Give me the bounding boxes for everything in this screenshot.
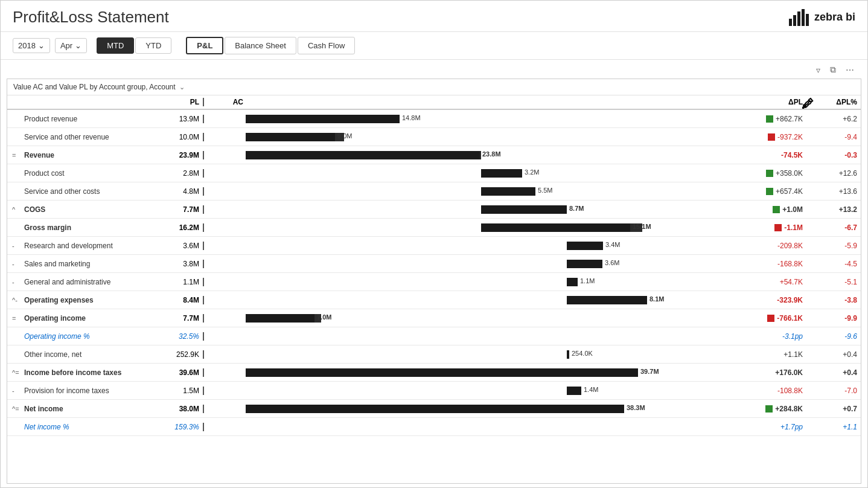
- row-pl-ac: 13.9M: [161, 115, 246, 123]
- filter-icon[interactable]: ▿: [814, 64, 823, 76]
- ac-bar: [567, 387, 581, 395]
- row-label: -Sales and marketing: [7, 258, 161, 270]
- col-pl-header: PL: [164, 98, 204, 106]
- ac-bar: [481, 169, 522, 178]
- delta-pl-value: +1.1K: [783, 350, 803, 359]
- col-ac-header: AC: [204, 98, 243, 106]
- table-row: Product cost2.8M3.2M+358.0K+12.6: [7, 164, 861, 182]
- delta-pl-cell: +358.0K: [728, 169, 806, 178]
- bar-value-label: 23.8M: [482, 150, 501, 158]
- row-label: Service and other costs: [7, 185, 161, 197]
- row-label: ^COGS: [7, 204, 161, 216]
- row-label: -Research and development: [7, 240, 161, 252]
- row-label-text: Income before income taxes: [24, 368, 121, 377]
- row-prefix: -: [12, 260, 22, 268]
- year-chevron-icon: ⌄: [38, 41, 45, 50]
- main-content: ▿ ⧉ ⋯ Value AC and Value PL by Account g…: [1, 60, 867, 487]
- delta-pl-value: +657.4K: [776, 187, 803, 196]
- delta-pl-value: +284.8K: [775, 405, 803, 413]
- chart-controls: ▿ ⧉ ⋯: [7, 63, 861, 76]
- row-pl-ac: 1.5M: [161, 387, 246, 395]
- ac-bar: [246, 151, 480, 159]
- bar-cell: [246, 330, 728, 343]
- bar-cell: 8.1M: [246, 294, 728, 307]
- delta-pct-cell: -6.7: [806, 223, 861, 232]
- bar-value-label: 254.0K: [572, 350, 593, 357]
- row-label-text: Gross margin: [24, 223, 71, 232]
- ac-bar: [567, 260, 602, 268]
- tab-pl[interactable]: P&L: [186, 37, 223, 54]
- year-selector[interactable]: 2018 ⌄: [13, 38, 50, 53]
- table-row: -Research and development3.6M3.4M-209.8K…: [7, 237, 861, 255]
- row-pl-value: 1.5M: [164, 387, 204, 395]
- chart-body[interactable]: PL AC ΔPL 🖉 ΔPL% Product revenue13.9M14.…: [7, 95, 861, 483]
- row-pl-ac: 3.6M: [161, 242, 246, 250]
- ac-bar: [246, 314, 314, 323]
- delta-pl-value: +1.7pp: [780, 423, 803, 431]
- row-label-text: Operating income: [24, 314, 86, 323]
- bar-value-label: 8.7M: [569, 205, 584, 212]
- col-pl-ac: PL AC: [161, 98, 246, 106]
- delta-pl-cell: +1.7pp: [728, 423, 806, 431]
- row-pl-ac: 7.7M: [161, 314, 246, 323]
- delta-pct-cell: +12.6: [806, 169, 861, 178]
- chart-header-dropdown-icon[interactable]: ⌄: [179, 83, 185, 91]
- positive-indicator: [766, 188, 773, 195]
- row-label: -General and administrative: [7, 276, 161, 288]
- row-pl-ac: 39.6M: [161, 368, 246, 377]
- col-bar: [246, 98, 728, 106]
- row-pl-value: 1.1M: [164, 278, 204, 286]
- table-row: =Revenue23.9M23.8M-74.5K-0.3: [7, 146, 861, 164]
- row-label-text: Product revenue: [24, 115, 77, 123]
- row-pl-value: 13.9M: [164, 115, 204, 123]
- bar-cell: 9.0M: [246, 130, 728, 144]
- svg-rect-2: [797, 11, 800, 26]
- negative-indicator: [767, 315, 774, 322]
- more-options-icon[interactable]: ⋯: [843, 64, 857, 76]
- month-selector[interactable]: Apr ⌄: [55, 38, 87, 53]
- tab-cash-flow[interactable]: Cash Flow: [298, 37, 355, 54]
- bar-value-label: 5.5M: [538, 187, 552, 194]
- bar-value-label: 3.6M: [605, 259, 619, 266]
- row-pl-ac: 23.9M: [161, 151, 246, 159]
- row-pl-ac: 8.4M: [161, 296, 246, 304]
- delta-pct-cell: -0.3: [806, 151, 861, 159]
- bar-cell: 23.8M: [246, 149, 728, 162]
- row-pl-value: 3.8M: [164, 260, 204, 268]
- delta-pct-cell: -9.4: [806, 133, 861, 141]
- table-row: ^-Operating expenses8.4M8.1M-323.9K-3.8: [7, 291, 861, 309]
- bar-value-label: 8.1M: [649, 295, 664, 303]
- row-label: Gross margin: [7, 222, 161, 234]
- expand-icon[interactable]: ⧉: [828, 63, 838, 76]
- row-pl-value: 7.7M: [164, 314, 204, 323]
- row-label-text: Product cost: [24, 169, 65, 178]
- ac-bar: [567, 296, 647, 304]
- delta-pl-value: -108.8K: [777, 387, 803, 395]
- row-pl-ac: 159.3%: [161, 423, 246, 431]
- table-row: Operating income %32.5%-3.1pp-9.6: [7, 327, 861, 345]
- logo-text: zebra bi: [814, 11, 855, 24]
- row-label-text: Net income: [24, 405, 63, 413]
- delta-pct-cell: -9.9: [806, 314, 861, 323]
- tab-mtd[interactable]: MTD: [97, 37, 134, 54]
- row-label-text: Sales and marketing: [24, 260, 90, 268]
- ac-bar: [246, 133, 335, 141]
- toolbar: 2018 ⌄ Apr ⌄ MTD YTD P&L Balance Sheet C…: [1, 32, 867, 60]
- table-row: ^=Income before income taxes39.6M39.7M+1…: [7, 364, 861, 382]
- tab-ytd[interactable]: YTD: [135, 37, 171, 54]
- delta-pct-cell: +0.7: [806, 405, 861, 413]
- row-label: ^=Net income: [7, 403, 161, 415]
- delta-pct-cell: +6.2: [806, 115, 861, 123]
- table-row: -General and administrative1.1M1.1M+54.7…: [7, 273, 861, 291]
- row-label: =Revenue: [7, 149, 161, 161]
- table-row: =Operating income7.7M7.0M-766.1K-9.9: [7, 309, 861, 327]
- table-row: Service and other revenue10.0M9.0M-937.2…: [7, 128, 861, 146]
- ac-bar: [481, 187, 535, 196]
- bar-cell: 38.3M: [246, 402, 728, 416]
- positive-indicator: [766, 170, 773, 177]
- delta-pl-cell: +1.1K: [728, 350, 806, 359]
- delta-pl-cell: +657.4K: [728, 187, 806, 196]
- tab-balance-sheet[interactable]: Balance Sheet: [225, 37, 296, 54]
- row-pl-ac: 4.8M: [161, 187, 246, 196]
- cursor-icon: 🖉: [802, 97, 814, 111]
